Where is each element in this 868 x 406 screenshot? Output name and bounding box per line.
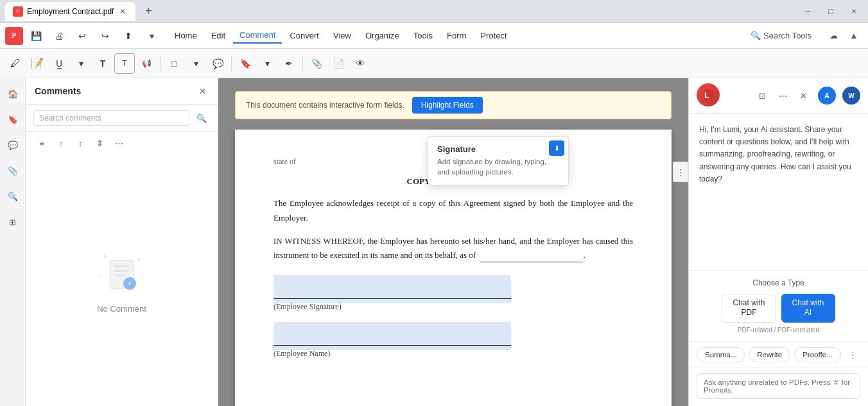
ai-type-label: Choose a Type <box>699 278 858 287</box>
chat-ai-button[interactable]: Chat with AI <box>781 294 835 323</box>
summarize-button[interactable]: Summa... <box>697 347 745 362</box>
menu-organize[interactable]: Organize <box>359 28 406 43</box>
browser-chrome: P Employment Contract.pdf ✕ + − □ × <box>0 0 868 23</box>
menu-tools[interactable]: Tools <box>407 28 439 43</box>
chat-pdf-button[interactable]: Chat with PDF <box>722 294 776 323</box>
collapse-btn[interactable]: ▲ <box>845 27 863 45</box>
browser-controls: − □ × <box>799 3 863 21</box>
comments-panel: Comments ✕ 🔍 ≡ ↑ ↕ ⇕ ⋯ ✦ ✦ <box>26 78 218 406</box>
search-tools[interactable]: 🔍 Search Tools <box>744 28 818 43</box>
comment-sort-icon[interactable]: ↕ <box>72 135 89 151</box>
menu-home[interactable]: Home <box>168 28 204 43</box>
menu-convert[interactable]: Convert <box>283 28 326 43</box>
sidebar-comment-icon[interactable]: 💬 <box>3 135 23 155</box>
comment-tool[interactable]: 💬 <box>207 53 228 74</box>
new-tab-button[interactable]: + <box>139 3 157 21</box>
tab-title: Employment Contract.pdf <box>27 7 114 16</box>
cloud-upload-btn[interactable]: ☁ <box>824 27 842 45</box>
stamp-tool[interactable]: 🔖 <box>235 53 256 74</box>
sig2-label: (Employee Name) <box>273 347 633 360</box>
close-button[interactable]: × <box>845 3 863 21</box>
sidebar-home-icon[interactable]: 🏠 <box>3 83 23 104</box>
text-markup-tool[interactable]: 📄 <box>328 53 349 74</box>
sig2-line <box>273 345 511 346</box>
stamp-dropdown[interactable]: ▾ <box>257 53 277 74</box>
toolbar-right-buttons: ☁ ▲ <box>824 27 863 45</box>
highlight-fields-button[interactable]: Highlight Fields <box>412 97 483 114</box>
pen-tool[interactable]: ✒ <box>279 53 299 74</box>
menu-protect[interactable]: Protect <box>474 28 513 43</box>
ai-input-field[interactable] <box>697 373 860 399</box>
menu-form[interactable]: Form <box>440 28 473 43</box>
sig-tooltip-title: Signature <box>437 144 559 154</box>
left-sidebar: 🏠 🔖 💬 📎 🔍 ⊞ <box>0 78 26 406</box>
ai-panel: L ⊡ ⋯ ✕ A W Hi, I'm Lumi, your AI assist… <box>688 78 868 406</box>
browser-tab[interactable]: P Employment Contract.pdf ✕ <box>5 2 135 21</box>
minimize-button[interactable]: − <box>799 3 817 21</box>
share-icon[interactable]: ⬆ <box>118 26 139 46</box>
ai-more-icon[interactable]: ⋯ <box>774 87 791 104</box>
ai-type-section: Choose a Type Chat with PDF Chat with AI… <box>689 270 868 341</box>
sidebar-bookmark-icon[interactable]: 🔖 <box>3 109 23 130</box>
sticky-note-tool[interactable]: 📝 <box>27 53 48 74</box>
proofread-button[interactable]: Prooffe... <box>794 347 840 362</box>
sidebar-search-icon[interactable]: 🔍 <box>3 186 23 207</box>
sidebar-attach-icon[interactable]: 📎 <box>3 160 23 181</box>
ai-actions-more-icon[interactable]: ⋮ <box>845 347 860 362</box>
text-box-tool[interactable]: T <box>114 53 135 74</box>
ai-greeting: Hi, I'm Lumi, your AI assistant. Share y… <box>699 124 858 185</box>
ai-close-icon[interactable]: ✕ <box>795 87 812 104</box>
comment-expand-icon[interactable]: ⇕ <box>91 135 108 151</box>
shape-tool[interactable]: □ <box>164 53 184 74</box>
eye-tool[interactable]: 👁 <box>350 53 370 74</box>
comment-filter-icon[interactable]: ≡ <box>33 135 50 151</box>
ai-header-icons: ⊡ ⋯ ✕ <box>754 87 812 104</box>
sig-download-button[interactable]: ⬇ <box>549 140 564 156</box>
pdf-para1: The Employee acknowledges receipt of a c… <box>273 196 633 224</box>
comment-options-icon[interactable]: ⋯ <box>110 135 127 151</box>
ai-content: Hi, I'm Lumi, your AI assistant. Share y… <box>689 114 868 270</box>
app-container: P 💾 🖨 ↩ ↪ ⬆ ▾ Home Edit Comment Convert … <box>0 23 868 406</box>
attachment-tool[interactable]: 📎 <box>306 53 327 74</box>
text-tool[interactable]: T <box>92 53 113 74</box>
print-icon[interactable]: 🖨 <box>49 26 69 46</box>
redo-icon[interactable]: ↪ <box>95 26 116 46</box>
notification-text: This document contains interactive form … <box>246 101 404 110</box>
ai-expand-icon[interactable]: ⊡ <box>754 87 770 104</box>
ai-input-area <box>689 368 868 406</box>
menu-edit[interactable]: Edit <box>205 28 232 43</box>
save-icon[interactable]: 💾 <box>26 26 46 46</box>
callout-tool[interactable]: 📢 <box>136 53 157 74</box>
comment-sort-asc-icon[interactable]: ↑ <box>53 135 69 151</box>
ai-avatar-blue: A <box>818 87 836 105</box>
toolbar-sep3 <box>302 56 303 71</box>
comments-close-button[interactable]: ✕ <box>196 85 209 97</box>
sig-section: (Employee Signature) (Employee Name) <box>273 275 633 360</box>
toolbar-sep1 <box>160 56 161 71</box>
rewrite-button[interactable]: Rewrite <box>749 347 790 362</box>
shape-dropdown[interactable]: ▾ <box>186 53 206 74</box>
pdf-viewer[interactable]: This document contains interactive form … <box>218 78 688 406</box>
pdf-page: Signature Add signature by drawing, typi… <box>235 130 672 406</box>
ai-action-buttons: Summa... Rewrite Prooffe... ⋮ <box>689 341 868 368</box>
sidebar-layers-icon[interactable]: ⊞ <box>3 212 23 232</box>
toolbar: 🖊 📝 U̲ ▾ T T 📢 □ ▾ 💬 🔖 ▾ ✒ 📎 📄 👁 <box>0 49 868 78</box>
comments-search-input[interactable] <box>33 110 189 126</box>
sig2-field[interactable] <box>273 322 511 350</box>
underline-tool[interactable]: U̲ <box>49 53 69 74</box>
menu-comment[interactable]: Comment <box>233 28 282 44</box>
tab-close-button[interactable]: ✕ <box>117 6 128 17</box>
menu-view[interactable]: View <box>327 28 358 43</box>
sig1-field[interactable] <box>273 275 511 303</box>
undo-icon[interactable]: ↩ <box>72 26 92 46</box>
menu-bar-left: P 💾 🖨 ↩ ↪ ⬆ ▾ <box>5 26 162 46</box>
underline-dropdown[interactable]: ▾ <box>71 53 91 74</box>
highlight-tool[interactable]: 🖊 <box>5 53 26 74</box>
pdf-tab-icon: P <box>13 6 23 17</box>
comments-search-button[interactable]: 🔍 <box>193 110 210 126</box>
maximize-button[interactable]: □ <box>822 3 840 21</box>
app-logo: P <box>5 27 23 45</box>
pdf-settings-toggle[interactable]: ⋮ <box>673 162 688 182</box>
dropdown-icon[interactable]: ▾ <box>141 26 162 46</box>
search-tools-label: Search Tools <box>763 31 812 40</box>
